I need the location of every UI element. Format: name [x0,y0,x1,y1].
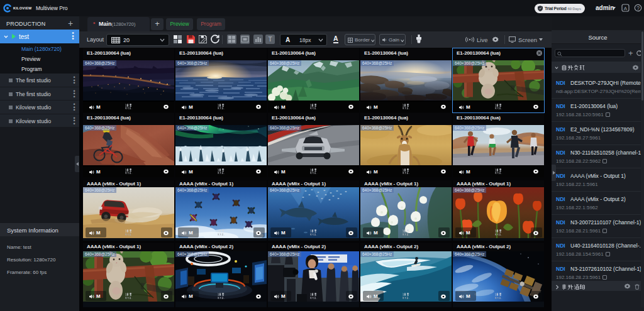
svg-text:?: ? [636,5,640,11]
svg-text:A: A [624,6,628,11]
